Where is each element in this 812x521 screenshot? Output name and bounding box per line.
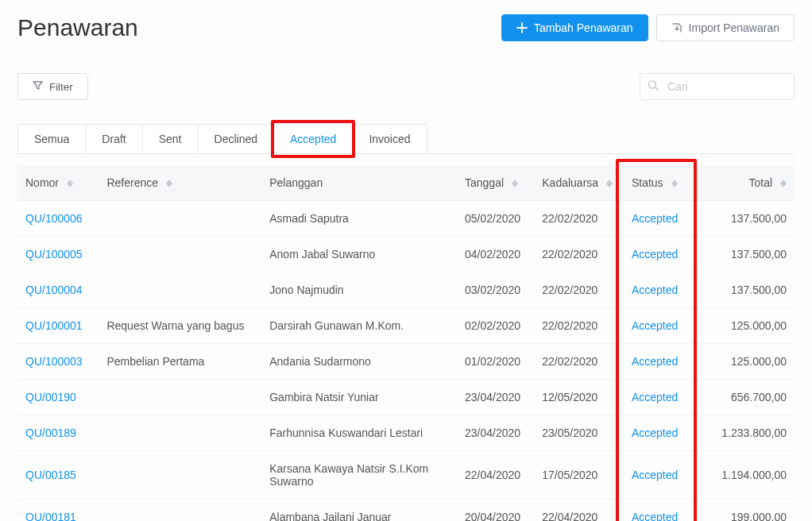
row-nomor-link[interactable]: QU/100003 — [25, 355, 83, 368]
search-input[interactable] — [640, 73, 795, 100]
col-header-label: Tanggal — [465, 176, 504, 189]
row-nomor-link[interactable]: QU/100006 — [25, 212, 83, 225]
row-tanggal: 03/02/2020 — [457, 272, 534, 308]
table-row: QU/100006Asmadi Saputra05/02/202022/02/2… — [17, 201, 795, 237]
import-button[interactable]: Import Penawaran — [656, 14, 795, 41]
row-nomor-link[interactable]: QU/00185 — [25, 469, 76, 481]
row-reference: Pembelian Pertama — [99, 344, 261, 380]
table-row: QU/100005Anom Jabal Suwarno04/02/202022/… — [17, 237, 795, 272]
row-status: Accepted — [632, 212, 678, 225]
row-tanggal: 05/02/2020 — [457, 201, 534, 237]
table-row: QU/100004Jono Najmudin03/02/202022/02/20… — [17, 272, 795, 308]
row-nomor-link[interactable]: QU/100004 — [25, 284, 83, 296]
row-status: Accepted — [632, 284, 678, 296]
row-status: Accepted — [632, 426, 678, 439]
row-reference — [99, 415, 261, 451]
filter-button[interactable]: Filter — [17, 73, 88, 100]
tab-draft[interactable]: Draft — [85, 124, 142, 153]
import-button-label: Import Penawaran — [689, 21, 779, 34]
row-total: 656.700,00 — [697, 380, 795, 415]
row-status: Accepted — [632, 469, 678, 481]
tab-semua[interactable]: Semua — [17, 124, 86, 153]
row-reference — [99, 237, 261, 272]
sort-icon — [671, 179, 678, 187]
row-reference — [99, 201, 261, 237]
table-row: QU/100003Pembelian PertamaAndania Sudarm… — [17, 344, 795, 380]
row-status: Accepted — [632, 355, 678, 368]
row-total: 125.000,00 — [697, 308, 795, 344]
row-pelanggan: Jono Najmudin — [261, 272, 457, 308]
row-pelanggan: Andania Sudarmono — [261, 344, 457, 380]
row-kadaluarsa: 22/02/2020 — [534, 201, 624, 237]
row-total: 137.500,00 — [697, 272, 795, 308]
row-pelanggan: Alambana Jailani Januar — [261, 500, 457, 522]
col-header-label: Status — [632, 176, 663, 189]
row-status: Accepted — [632, 319, 678, 332]
table-row: QU/00190Gambira Natsir Yuniar23/04/20201… — [17, 380, 795, 415]
page-title: Penawaran — [17, 14, 501, 41]
row-total: 1.194.000,00 — [697, 451, 795, 500]
row-total: 125.000,00 — [697, 344, 795, 380]
row-reference: Request Warna yang bagus — [99, 308, 261, 344]
col-header-label: Kadaluarsa — [542, 176, 598, 189]
row-nomor-link[interactable]: QU/00181 — [25, 511, 76, 521]
row-tanggal: 22/04/2020 — [457, 451, 534, 500]
col-header-pelanggan: Pelanggan — [261, 165, 457, 201]
row-kadaluarsa: 22/02/2020 — [534, 237, 624, 272]
col-header-kadaluarsa[interactable]: Kadaluarsa — [534, 165, 624, 201]
import-icon — [671, 22, 682, 33]
row-nomor-link[interactable]: QU/100001 — [25, 319, 83, 332]
row-tanggal: 23/04/2020 — [457, 380, 534, 415]
data-table: Nomor Reference Pelanggan — [17, 165, 795, 521]
row-nomor-link[interactable]: QU/100005 — [25, 248, 83, 260]
col-header-nomor[interactable]: Nomor — [17, 165, 99, 201]
col-header-total[interactable]: Total — [697, 165, 795, 201]
row-total: 137.500,00 — [697, 201, 795, 237]
col-header-tanggal[interactable]: Tanggal — [457, 165, 534, 201]
row-tanggal: 20/04/2020 — [457, 500, 534, 522]
col-header-label: Nomor — [25, 176, 59, 189]
row-nomor-link[interactable]: QU/00190 — [25, 391, 76, 403]
row-tanggal: 01/02/2020 — [457, 344, 534, 380]
row-kadaluarsa: 22/02/2020 — [534, 272, 624, 308]
row-pelanggan: Gambira Natsir Yuniar — [261, 380, 457, 415]
row-nomor-link[interactable]: QU/00189 — [25, 426, 76, 439]
sort-icon — [512, 179, 518, 187]
row-reference — [99, 272, 261, 308]
sort-icon — [67, 179, 73, 187]
row-pelanggan: Asmadi Saputra — [261, 201, 457, 237]
svg-point-0 — [649, 81, 656, 88]
row-tanggal: 02/02/2020 — [457, 308, 534, 344]
table-row: QU/00189Farhunnisa Kuswandari Lestari23/… — [17, 415, 795, 451]
row-total: 199.000,00 — [697, 500, 795, 522]
tab-accepted[interactable]: Accepted — [273, 124, 353, 153]
row-status: Accepted — [632, 511, 678, 521]
col-header-status[interactable]: Status — [624, 165, 697, 201]
sort-icon — [166, 179, 172, 187]
col-header-reference[interactable]: Reference — [99, 165, 261, 201]
col-header-label: Reference — [106, 176, 158, 189]
row-status: Accepted — [632, 248, 678, 260]
row-kadaluarsa: 22/04/2020 — [534, 500, 624, 522]
row-status: Accepted — [632, 391, 678, 403]
col-header-label: Total — [749, 176, 773, 189]
tab-invoiced[interactable]: Invoiced — [352, 124, 427, 153]
row-reference — [99, 451, 261, 500]
row-total: 1.233.800,00 — [697, 415, 795, 451]
tab-sent[interactable]: Sent — [142, 124, 199, 153]
plus-icon — [516, 22, 528, 33]
row-kadaluarsa: 17/05/2020 — [534, 451, 624, 500]
filter-icon — [33, 80, 43, 93]
row-kadaluarsa: 23/05/2020 — [534, 415, 624, 451]
row-reference — [99, 380, 261, 415]
table-row: QU/100001Request Warna yang bagusDarsira… — [17, 308, 795, 344]
row-reference — [99, 500, 261, 522]
row-total: 137.500,00 — [697, 237, 795, 272]
row-pelanggan: Anom Jabal Suwarno — [261, 237, 457, 272]
tab-declined[interactable]: Declined — [198, 124, 274, 153]
add-button[interactable]: Tambah Penawaran — [501, 14, 648, 41]
sort-icon — [780, 179, 787, 187]
row-kadaluarsa: 22/02/2020 — [534, 344, 624, 380]
sort-icon — [606, 179, 613, 187]
table-row: QU/00181Alambana Jailani Januar20/04/202… — [17, 500, 795, 522]
